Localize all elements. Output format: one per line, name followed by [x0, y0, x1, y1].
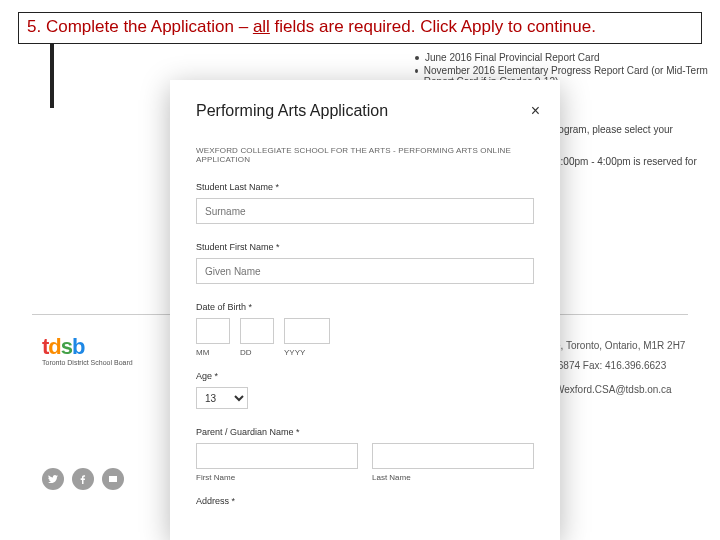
age-select[interactable]: 13: [196, 387, 248, 409]
dob-day-input[interactable]: [240, 318, 274, 344]
firstname-label: Student First Name *: [196, 242, 534, 252]
social-icons: [42, 468, 124, 490]
list-item: June 2016 Final Provincial Report Card: [425, 52, 600, 63]
guardian-firstname-input[interactable]: [196, 443, 358, 469]
email-icon[interactable]: [102, 468, 124, 490]
partial-fax: .6874 Fax: 416.396.6623: [555, 360, 666, 371]
partial-address: e, Toronto, Ontario, M1R 2H7: [555, 340, 685, 351]
lastname-label: Student Last Name *: [196, 182, 534, 192]
bullet-icon: [415, 56, 419, 60]
dob-day-sublabel: DD: [240, 348, 274, 357]
instruction-part-a: 5. Complete the Application –: [27, 17, 253, 36]
age-label: Age *: [196, 371, 534, 381]
guardian-lastname-input[interactable]: [372, 443, 534, 469]
dob-month-input[interactable]: [196, 318, 230, 344]
dob-year-sublabel: YYYY: [284, 348, 305, 357]
decorative-vertical-bar: [50, 44, 54, 108]
modal-subtitle: WEXFORD COLLEGIATE SCHOOL FOR THE ARTS -…: [196, 146, 534, 164]
guardian-lastname-sublabel: Last Name: [372, 473, 534, 482]
instruction-part-b: all: [253, 17, 270, 36]
lastname-input[interactable]: [196, 198, 534, 224]
bullet-icon: [415, 69, 418, 73]
guardian-label: Parent / Guardian Name *: [196, 427, 534, 437]
facebook-icon[interactable]: [72, 468, 94, 490]
partial-text-time: 1:00pm - 4:00pm is reserved for: [555, 156, 697, 167]
dob-label: Date of Birth *: [196, 302, 534, 312]
tdsb-logo: tdsb Toronto District School Board: [42, 334, 133, 366]
modal-title: Performing Arts Application: [196, 102, 534, 120]
firstname-input[interactable]: [196, 258, 534, 284]
contact-email: Wexford.CSA@tdsb.on.ca: [555, 384, 672, 395]
instruction-bar: 5. Complete the Application – all fields…: [18, 12, 702, 44]
instruction-part-c: fields are required. Click Apply to cont…: [270, 17, 596, 36]
guardian-firstname-sublabel: First Name: [196, 473, 358, 482]
logo-tagline: Toronto District School Board: [42, 359, 133, 366]
close-icon[interactable]: ×: [531, 102, 540, 120]
dob-month-sublabel: MM: [196, 348, 230, 357]
instruction-text: 5. Complete the Application – all fields…: [27, 17, 693, 37]
twitter-icon[interactable]: [42, 468, 64, 490]
partial-text-program: rogram, please select your: [555, 124, 710, 135]
application-modal: Performing Arts Application × WEXFORD CO…: [170, 80, 560, 540]
address-label: Address *: [196, 496, 534, 506]
dob-year-input[interactable]: [284, 318, 330, 344]
